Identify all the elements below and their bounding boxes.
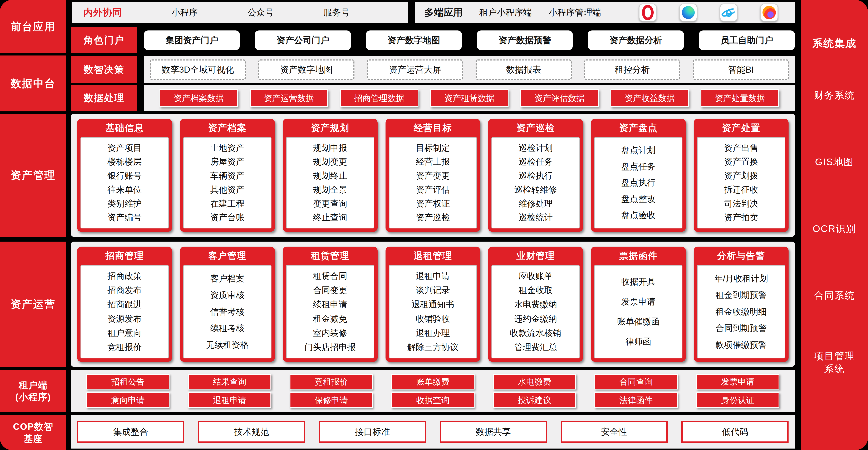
module-title: 经营目标 bbox=[385, 119, 480, 137]
opera-icon bbox=[639, 4, 657, 22]
module-item: 巡检执行 bbox=[519, 170, 553, 181]
module-item: 收据开具 bbox=[621, 276, 655, 288]
module-item: 客户档案 bbox=[210, 273, 244, 284]
sidebar-asset-management: 资产管理 bbox=[0, 114, 66, 237]
module-body: 巡检计划 巡检任务 巡检执行 巡检转维修 维修处理 巡检统计 bbox=[491, 137, 580, 229]
module-item: 续租申请 bbox=[313, 299, 347, 310]
portal-group-asset: 集团资产门户 bbox=[144, 30, 240, 50]
decision-digital-map: 资产数字地图 bbox=[258, 59, 354, 80]
module-item: 资产编号 bbox=[107, 212, 142, 223]
module-item: 规划终止 bbox=[313, 170, 347, 181]
module-item: 资产评估 bbox=[416, 184, 450, 196]
integration-item-ocr: OCR识别 bbox=[801, 222, 868, 235]
collaboration-label: 内外协同 bbox=[84, 6, 122, 19]
module-lease-mgmt: 租赁管理 租赁合同 合同变更 续租申请 租金减免 室内装修 门头店招申报 bbox=[283, 247, 378, 362]
module-item: 解除三方协议 bbox=[407, 341, 459, 353]
module-body: 规划申报 规划变更 规划终止 规划全景 变更查询 终止查询 bbox=[286, 137, 374, 229]
module-item: 资源发布 bbox=[107, 313, 142, 325]
module-item: 维修处理 bbox=[519, 198, 553, 209]
module-item: 类别维护 bbox=[107, 198, 142, 209]
module-item: 租金减免 bbox=[313, 313, 347, 325]
module-item: 收铺验收 bbox=[416, 313, 450, 325]
module-body: 盘点计划 盘点任务 盘点执行 盘点整改 盘点验收 bbox=[594, 137, 682, 229]
integration-item-project: 项目管理 系统 bbox=[801, 350, 868, 375]
data-asset-operation: 资产运营数据 bbox=[250, 89, 329, 107]
module-body: 资产出售 资产置换 资产划拨 拆迁征收 司法判决 资产拍卖 bbox=[697, 137, 785, 229]
sidebar-tenant-miniprogram: 租户端 (小程序) bbox=[0, 370, 66, 412]
module-item: 账单催缴函 bbox=[617, 316, 660, 327]
channel-service-account: 服务号 bbox=[323, 7, 350, 18]
module-body: 客户档案 资质审核 信誉考核 续租考核 无续租资格 bbox=[183, 265, 272, 358]
module-item: 盘点计划 bbox=[621, 145, 655, 156]
sidebar-cop-base: COP数智 基座 bbox=[0, 415, 66, 450]
module-item: 资产权证 bbox=[416, 198, 450, 209]
cop-low-code: 低代码 bbox=[681, 421, 788, 443]
module-item: 巡检统计 bbox=[519, 212, 553, 223]
module-item: 在建工程 bbox=[210, 198, 244, 209]
module-body: 资产项目 楼栋楼层 银行账号 往来单位 类别维护 资产编号 bbox=[81, 137, 169, 229]
module-item: 信誉考核 bbox=[210, 306, 244, 318]
smart-decision-strip: 数孪3D全域可视化 资产数字地图 资产运营大屏 数据报表 租控分析 智能BI bbox=[144, 56, 795, 83]
module-item: 应收账单 bbox=[519, 270, 553, 282]
module-body: 年/月收租计划 租金到期预警 租金收缴明细 合同到期预警 款项催缴预警 bbox=[697, 265, 785, 358]
module-item: 合同到期预警 bbox=[716, 323, 767, 334]
firefox-icon bbox=[760, 4, 778, 22]
module-item: 合同变更 bbox=[313, 284, 347, 296]
architecture-diagram: 前台应用 数据中台 资产管理 资产运营 租户端 (小程序) COP数智 基座 系… bbox=[0, 0, 868, 450]
module-item: 规划全景 bbox=[313, 184, 347, 196]
portal-data-analysis: 资产数据分析 bbox=[588, 30, 684, 50]
module-body: 退租申请 谈判记录 退租通知书 收铺验收 退租办理 解除三方协议 bbox=[389, 265, 477, 358]
tenant-bill-pay: 账单缴费 bbox=[391, 374, 474, 390]
data-asset-appraisal: 资产评估数据 bbox=[520, 89, 599, 107]
module-item: 终止查询 bbox=[313, 212, 347, 223]
integration-item-finance: 财务系统 bbox=[801, 89, 868, 101]
module-item: 盘点任务 bbox=[621, 161, 655, 172]
module-item: 退租申请 bbox=[416, 270, 450, 282]
module-title: 票据函件 bbox=[591, 247, 686, 265]
tenant-panel: 招租公告 结果查询 竞租报价 账单缴费 水电缴费 合同查询 发票申请 意向申请 … bbox=[71, 370, 795, 412]
module-title: 基础信息 bbox=[77, 119, 172, 137]
module-item: 资产台账 bbox=[210, 212, 244, 223]
module-item: 巡检转维修 bbox=[514, 184, 557, 196]
module-item: 房屋资产 bbox=[210, 156, 244, 168]
module-customer-mgmt: 客户管理 客户档案 资质审核 信誉考核 续租考核 无续租资格 bbox=[180, 247, 275, 362]
module-item: 租金收缴明细 bbox=[716, 306, 767, 318]
tenant-rent-notice: 招租公告 bbox=[86, 374, 169, 390]
module-item: 租户意向 bbox=[107, 327, 142, 339]
module-item: 其他资产 bbox=[210, 184, 244, 196]
tenant-invoice-apply: 发票申请 bbox=[696, 374, 779, 390]
integration-title: 系统集成 bbox=[801, 36, 868, 51]
module-analysis-alert: 分析与告警 年/月收租计划 租金到期预警 租金收缴明细 合同到期预警 款项催缴预… bbox=[694, 247, 788, 362]
module-item: 竞租报价 bbox=[107, 341, 142, 353]
module-title: 资产处置 bbox=[694, 119, 788, 137]
portal-employee-self-service: 员工自助门户 bbox=[699, 30, 795, 50]
cop-tech-standard: 技术规范 bbox=[198, 421, 305, 443]
module-invoice-letter: 票据函件 收据开具 发票申请 账单催缴函 律师函 bbox=[591, 247, 686, 362]
module-item: 水电费缴纳 bbox=[514, 299, 557, 310]
module-item: 室内装修 bbox=[313, 327, 347, 339]
module-item: 无续租资格 bbox=[206, 339, 249, 351]
module-title: 退租管理 bbox=[385, 247, 480, 265]
module-item: 资产巡检 bbox=[416, 212, 450, 223]
module-item: 往来单位 bbox=[107, 184, 142, 196]
decision-rent-control-analysis: 租控分析 bbox=[584, 59, 680, 80]
internet-explorer-icon: e bbox=[720, 4, 738, 22]
cop-base-panel: 集成整合 技术规范 接口标准 数据共享 安全性 低代码 bbox=[71, 415, 795, 449]
module-asset-inspection: 资产巡检 巡检计划 巡检任务 巡检执行 巡检转维修 维修处理 巡检统计 bbox=[488, 119, 583, 232]
module-title: 资产档案 bbox=[180, 119, 275, 137]
module-asset-disposal: 资产处置 资产出售 资产置换 资产划拨 拆迁征收 司法判决 资产拍卖 bbox=[694, 119, 788, 232]
role-portal-label: 角色门户 bbox=[71, 27, 137, 53]
module-title: 业财管理 bbox=[488, 247, 583, 265]
tenant-receipt-query: 收据查询 bbox=[391, 392, 474, 408]
module-title: 招商管理 bbox=[77, 247, 172, 265]
module-item: 律师函 bbox=[625, 336, 651, 347]
collaboration-strip: 内外协同 小程序 公众号 服务号 bbox=[72, 2, 408, 23]
module-business-goal: 经营目标 目标制定 经营上报 资产变更 资产评估 资产权证 资产巡检 bbox=[385, 119, 480, 232]
module-title: 租赁管理 bbox=[283, 247, 378, 265]
module-item: 车辆资产 bbox=[210, 170, 244, 181]
edge-icon bbox=[679, 4, 697, 22]
module-basic-info: 基础信息 资产项目 楼栋楼层 银行账号 往来单位 类别维护 资产编号 bbox=[77, 119, 172, 232]
cop-integration: 集成整合 bbox=[77, 421, 184, 443]
module-item: 退租办理 bbox=[416, 327, 450, 339]
module-item: 银行账号 bbox=[107, 170, 142, 181]
